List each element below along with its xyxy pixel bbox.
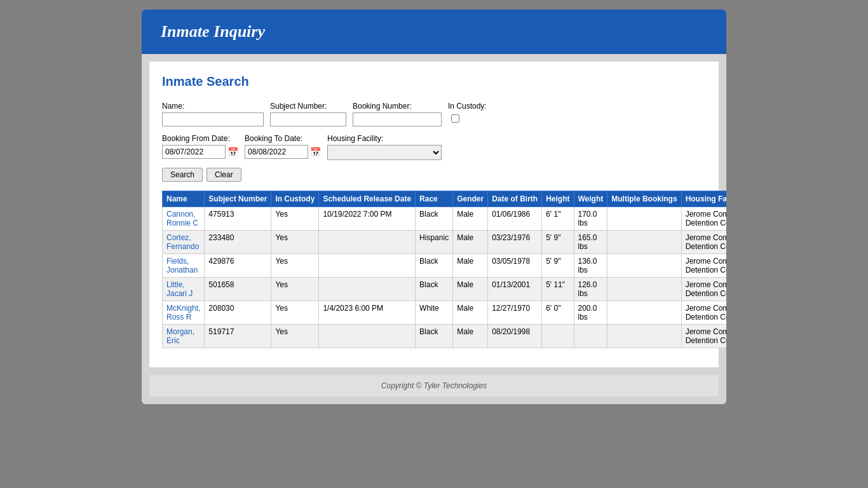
cell-multiple-bookings [607, 231, 681, 254]
cell-name: Little, Jacari J [163, 278, 205, 301]
cell-weight: 200.0 lbs [574, 301, 607, 325]
form-row-2: Booking From Date: 📅 Booking To Date: 📅 … [162, 134, 706, 160]
cell-height: 5' 9" [542, 254, 574, 278]
cell-weight [574, 325, 607, 348]
search-button[interactable]: Search [162, 168, 203, 182]
cell-in-custody: Yes [271, 325, 319, 348]
main-content: Inmate Search Name: Subject Number: Book… [149, 62, 719, 367]
cell-name: McKnight, Ross R [163, 301, 205, 325]
col-subject-number: Subject Number [205, 191, 271, 207]
name-input[interactable] [162, 112, 264, 126]
booking-from-date-label: Booking From Date: [162, 134, 238, 143]
name-field: Name: [162, 102, 264, 126]
table-body: Cannon, Ronnie C475913Yes10/19/2022 7:00… [163, 207, 727, 348]
name-label: Name: [162, 102, 264, 111]
cell-height: 5' 9" [542, 231, 574, 254]
cell-dob: 12/27/1970 [488, 301, 542, 325]
outer-container: Inmate Inquiry Inmate Search Name: Subje… [142, 10, 726, 404]
table-row: McKnight, Ross R208030Yes1/4/2023 6:00 P… [163, 301, 727, 325]
inmate-name-link[interactable]: Cortez, Fernando [166, 233, 199, 251]
table-row: Little, Jacari J501658YesBlackMale01/13/… [163, 278, 727, 301]
cell-dob: 03/05/1978 [488, 254, 542, 278]
col-dob: Date of Birth [488, 191, 542, 207]
col-scheduled-release: Scheduled Release Date [319, 191, 416, 207]
cell-housing-facility: Jerome Combs Detention Center [681, 231, 726, 254]
col-weight: Weight [574, 191, 607, 207]
cell-race: Black [416, 278, 453, 301]
cell-in-custody: Yes [271, 278, 319, 301]
cell-race: Black [416, 325, 453, 348]
form-row-1: Name: Subject Number: Booking Number: In… [162, 102, 706, 126]
results-table: Name Subject Number In Custody Scheduled… [162, 191, 726, 348]
cell-multiple-bookings [607, 254, 681, 278]
col-multiple-bookings: Multiple Bookings [607, 191, 681, 207]
app-title: Inmate Inquiry [161, 22, 707, 41]
cell-housing-facility: Jerome Combs Detention Center [681, 301, 726, 325]
cell-multiple-bookings [607, 301, 681, 325]
col-housing-facility: Housing Facility [681, 191, 726, 207]
table-row: Cannon, Ronnie C475913Yes10/19/2022 7:00… [163, 207, 727, 231]
cell-race: Hispanic [416, 231, 453, 254]
cell-gender: Male [453, 278, 488, 301]
inmate-name-link[interactable]: McKnight, Ross R [166, 304, 200, 322]
booking-to-date-calendar-icon[interactable]: 📅 [310, 147, 321, 157]
cell-in-custody: Yes [271, 207, 319, 231]
subject-number-input[interactable] [270, 112, 346, 126]
cell-height: 5' 11" [542, 278, 574, 301]
cell-weight: 136.0 lbs [574, 254, 607, 278]
cell-subject-number: 208030 [205, 301, 271, 325]
cell-scheduled-release [319, 254, 416, 278]
inmate-name-link[interactable]: Little, Jacari J [166, 280, 193, 298]
booking-number-input[interactable] [353, 112, 442, 126]
table-header-row: Name Subject Number In Custody Scheduled… [163, 191, 727, 207]
housing-facility-select[interactable]: Jerome Combs Detention Center [327, 145, 442, 160]
in-custody-field: In Custody: [448, 102, 487, 123]
cell-height: 6' 0" [542, 301, 574, 325]
cell-name: Cannon, Ronnie C [163, 207, 205, 231]
booking-from-date-input[interactable] [162, 145, 226, 159]
cell-subject-number: 475913 [205, 207, 271, 231]
cell-in-custody: Yes [271, 254, 319, 278]
footer-text: Copyright © Tyler Technologies [381, 381, 487, 390]
in-custody-label: In Custody: [448, 102, 487, 111]
cell-in-custody: Yes [271, 301, 319, 325]
cell-race: Black [416, 254, 453, 278]
inmate-name-link[interactable]: Morgan, Eric [166, 327, 194, 345]
cell-dob: 01/06/1986 [488, 207, 542, 231]
cell-weight: 126.0 lbs [574, 278, 607, 301]
subject-number-label: Subject Number: [270, 102, 346, 111]
cell-housing-facility: Jerome Combs Detention Center [681, 254, 726, 278]
col-gender: Gender [453, 191, 488, 207]
cell-race: White [416, 301, 453, 325]
cell-subject-number: 429876 [205, 254, 271, 278]
cell-housing-facility: Jerome Combs Detention Center [681, 207, 726, 231]
in-custody-checkbox[interactable] [451, 114, 459, 123]
button-row: Search Clear [162, 168, 706, 182]
booking-to-date-wrapper: 📅 [245, 145, 321, 159]
cell-weight: 170.0 lbs [574, 207, 607, 231]
col-name: Name [163, 191, 205, 207]
clear-button[interactable]: Clear [207, 168, 241, 182]
housing-facility-field: Housing Facility: Jerome Combs Detention… [327, 134, 442, 160]
booking-from-date-field: Booking From Date: 📅 [162, 134, 238, 159]
cell-weight: 165.0 lbs [574, 231, 607, 254]
cell-in-custody: Yes [271, 231, 319, 254]
cell-scheduled-release [319, 325, 416, 348]
housing-facility-label: Housing Facility: [327, 134, 442, 143]
cell-subject-number: 501658 [205, 278, 271, 301]
cell-scheduled-release: 1/4/2023 6:00 PM [319, 301, 416, 325]
booking-to-date-input[interactable] [245, 145, 308, 159]
cell-multiple-bookings [607, 325, 681, 348]
cell-gender: Male [453, 231, 488, 254]
inmate-name-link[interactable]: Fields, Jonathan [166, 257, 198, 274]
cell-name: Morgan, Eric [163, 325, 205, 348]
booking-number-label: Booking Number: [353, 102, 442, 111]
cell-subject-number: 519717 [205, 325, 271, 348]
cell-gender: Male [453, 207, 488, 231]
cell-scheduled-release [319, 278, 416, 301]
col-in-custody: In Custody [271, 191, 319, 207]
booking-from-date-calendar-icon[interactable]: 📅 [227, 147, 238, 157]
cell-multiple-bookings [607, 278, 681, 301]
inmate-name-link[interactable]: Cannon, Ronnie C [166, 210, 198, 227]
footer: Copyright © Tyler Technologies [149, 375, 719, 396]
